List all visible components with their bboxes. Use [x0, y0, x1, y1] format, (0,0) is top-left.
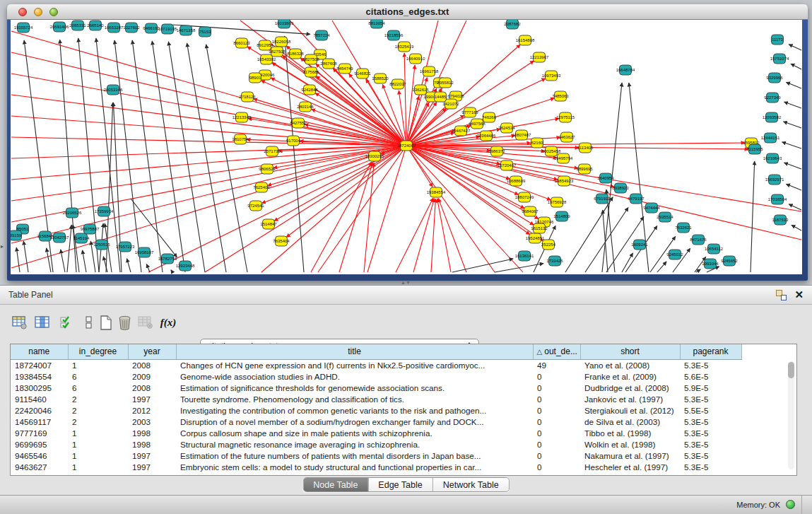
graph-node[interactable]: 20691406	[50, 22, 69, 32]
graph-node[interactable]: 9463627	[558, 132, 575, 142]
graph-node[interactable]: 12444151	[761, 133, 780, 143]
graph-node[interactable]: 252254	[541, 240, 556, 250]
graph-node[interactable]: 10719195	[158, 24, 177, 34]
graph-node[interactable]: 15692971	[765, 175, 784, 185]
graph-node[interactable]: 2087682	[504, 20, 521, 29]
column-header-short[interactable]: short	[580, 344, 680, 359]
graph-node[interactable]: 3175685	[302, 67, 319, 77]
graph-node[interactable]: 10467427	[452, 126, 471, 136]
graph-node[interactable]: 8822037	[389, 79, 406, 89]
graph-node[interactable]: 18226058	[272, 37, 291, 47]
graph-node[interactable]: 39159	[11, 230, 22, 240]
table-row[interactable]: 1830029562008Estimation of significance …	[11, 382, 741, 393]
graph-node[interactable]: 7986372	[488, 146, 505, 156]
table-row[interactable]: 2242004622012Investigating the contribut…	[11, 404, 741, 416]
graph-node[interactable]: 9329966	[766, 73, 783, 83]
graph-node[interactable]: 2718126	[239, 92, 256, 102]
graph-node[interactable]: 9227349	[764, 93, 781, 103]
graph-node[interactable]: 14485	[435, 92, 447, 102]
float-panel-icon[interactable]	[776, 290, 787, 300]
table-row[interactable]: 977716911998Corpus callosum shape and si…	[11, 427, 741, 438]
graph-node[interactable]: 9245652	[721, 256, 738, 266]
graph-node[interactable]: 19524851	[526, 233, 545, 243]
table-row[interactable]: 946362711997Embryonic stem cells: a mode…	[11, 461, 741, 472]
graph-node[interactable]: 7857224	[313, 30, 330, 40]
graph-node[interactable]: 9724541	[247, 201, 264, 211]
graph-node[interactable]: 7485063	[552, 91, 569, 101]
column-header-pagerank[interactable]: pagerank	[680, 344, 741, 359]
graph-node[interactable]: 6791919	[594, 194, 611, 204]
graph-node[interactable]: 7632621	[675, 223, 692, 233]
scrollbar-thumb[interactable]	[788, 362, 794, 378]
row-height-button[interactable]	[81, 313, 98, 332]
graph-node[interactable]: 19756928	[548, 197, 567, 207]
graph-node[interactable]: 17016504	[768, 194, 787, 204]
tab-edge-table[interactable]: Edge Table	[367, 478, 432, 491]
graph-node[interactable]: 1514809	[553, 211, 570, 221]
graph-node[interactable]: 8454749	[336, 64, 353, 74]
graph-node[interactable]: 12093582	[763, 112, 782, 122]
graph-node[interactable]: 746266	[482, 112, 497, 122]
graph-node[interactable]: 917004	[286, 136, 301, 146]
graph-node[interactable]: 8186328	[287, 49, 304, 59]
new-document-button[interactable]	[98, 313, 114, 332]
column-header-title[interactable]: title	[176, 344, 533, 359]
graph-node[interactable]: 10807487	[512, 130, 531, 140]
graph-node[interactable]: 19355724	[14, 23, 33, 33]
close-panel-icon[interactable]: ✕	[794, 288, 804, 301]
table-scrollbar[interactable]	[788, 361, 794, 469]
graph-node[interactable]: 16210643	[763, 153, 782, 163]
graph-node[interactable]: 8215955	[746, 144, 763, 154]
table-row[interactable]: 946554611997Estimation of the future num…	[11, 450, 741, 461]
table-row[interactable]: 1938455462009Genome-wide association stu…	[11, 370, 741, 382]
graph-node[interactable]: 2571730	[264, 146, 281, 156]
graph-node[interactable]: 16154808	[516, 35, 535, 45]
graph-node[interactable]: 75153	[199, 27, 212, 37]
graph-node[interactable]: 2935514	[657, 212, 673, 222]
memory-ok-indicator[interactable]	[786, 500, 795, 509]
graph-node[interactable]: 19218596	[384, 30, 404, 40]
graph-node[interactable]: 16136141	[515, 251, 534, 261]
network-canvas[interactable]: 1872400786601238912954182260589827508818…	[11, 20, 802, 274]
graph-node[interactable]: 9245012	[666, 250, 683, 259]
graph-node[interactable]: 9806524	[259, 164, 276, 174]
graph-node[interactable]: 2065331	[69, 21, 86, 30]
graph-node[interactable]: 1993044	[702, 259, 719, 269]
graph-node[interactable]: 12213967	[530, 52, 549, 62]
graph-node[interactable]: 16961758	[420, 66, 439, 76]
graph-node[interactable]: 20206526	[63, 208, 82, 218]
select-columns-button[interactable]	[34, 313, 51, 332]
graph-node[interactable]: 1327602	[123, 23, 140, 33]
graph-node[interactable]: 1187533	[772, 215, 789, 225]
graph-node[interactable]: 15751074	[770, 54, 789, 64]
graph-node[interactable]: 10653287	[105, 23, 124, 33]
graph-node[interactable]: 7625404	[253, 182, 270, 192]
graph-node[interactable]: 19384554	[427, 187, 446, 197]
graph-node[interactable]: 9899695	[576, 164, 593, 174]
graph-node[interactable]: 16640910	[406, 54, 425, 64]
column-header-out_degree[interactable]: △out_de...	[533, 344, 580, 359]
table-row[interactable]: 911546021997Tourette syndrome. Phenomeno…	[11, 393, 741, 404]
graph-node[interactable]: 12975115	[556, 112, 575, 122]
column-header-in_degree[interactable]: in_degree	[68, 344, 128, 359]
graph-node[interactable]: 7955812	[437, 78, 454, 88]
graph-node[interactable]: 62160	[531, 138, 544, 148]
graph-node[interactable]: 2665140	[87, 21, 104, 30]
function-builder-button[interactable]: f(x)	[160, 313, 177, 332]
graph-node[interactable]: 12923448	[176, 261, 195, 271]
graph-node[interactable]: 14671358	[177, 25, 196, 35]
graph-node[interactable]: 11173	[772, 35, 784, 45]
graph-node[interactable]: 12213343	[233, 112, 252, 122]
graph-node[interactable]: 8471676	[690, 235, 707, 245]
graph-node[interactable]: 7635404	[273, 236, 290, 246]
graph-node[interactable]: 16958107	[135, 247, 154, 257]
column-header-year[interactable]: year	[128, 344, 176, 359]
graph-node[interactable]: 16648784	[616, 65, 635, 75]
table-row[interactable]: 1872400712008Changes of HCN gene express…	[11, 359, 741, 370]
graph-node[interactable]: 9146821	[354, 69, 371, 78]
table-row[interactable]: 969969511998Structural magnetic resonanc…	[11, 438, 741, 450]
graph-node[interactable]: 15720407	[498, 160, 517, 170]
graph-node[interactable]: 98901	[249, 73, 262, 83]
delete-trash-button[interactable]	[116, 313, 133, 332]
graph-node[interactable]: 2867608	[320, 59, 337, 69]
